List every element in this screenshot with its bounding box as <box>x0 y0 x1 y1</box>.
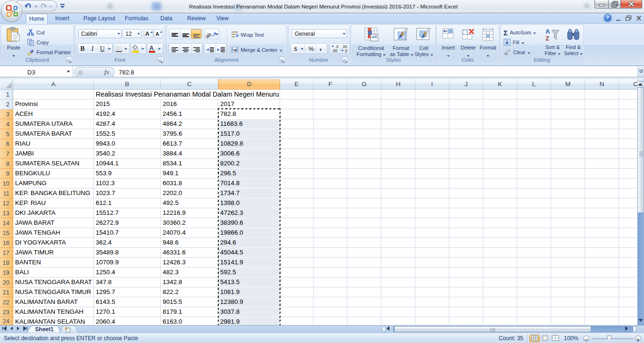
alignment-dialog-launcher[interactable] <box>279 57 285 63</box>
undo-icon[interactable] <box>24 2 32 9</box>
bold-button[interactable]: B <box>78 44 87 53</box>
row-header-18[interactable]: 18 <box>0 258 13 268</box>
ribbon-tab-view[interactable]: View <box>214 14 231 24</box>
column-header-C[interactable]: C <box>161 79 218 90</box>
copy-button[interactable]: Copy <box>27 38 49 46</box>
cell-A13[interactable]: DKI JAKARTA <box>15 208 56 218</box>
row-header-6[interactable]: 6 <box>0 139 13 149</box>
zoom-level[interactable]: 100% <box>564 335 578 342</box>
shrink-font-button[interactable]: A <box>154 29 163 38</box>
grow-font-button[interactable]: A <box>144 29 153 38</box>
formula-bar-expand-button[interactable] <box>637 66 644 77</box>
cell-D16[interactable]: 294.6 <box>220 238 236 247</box>
cell-A21[interactable]: NUSA TENGGARA TIMUR <box>15 287 91 297</box>
autosum-button[interactable]: Σ AutoSum <box>504 28 536 36</box>
paste-button[interactable]: Paste <box>3 26 24 57</box>
row-header-5[interactable]: 5 <box>0 129 13 139</box>
cell-A4[interactable]: SUMATERA UTARA <box>15 119 73 129</box>
row-header-23[interactable]: 23 <box>0 307 13 317</box>
first-sheet-button[interactable] <box>1 326 8 333</box>
cell-A2[interactable]: Provinsi <box>15 99 38 109</box>
row-header-14[interactable]: 14 <box>0 218 13 228</box>
workbook-close-button[interactable] <box>636 15 642 21</box>
increase-decimal-button[interactable]: .0 .00 <box>330 44 340 53</box>
customize-qat-icon[interactable] <box>59 3 66 10</box>
page-break-view-button[interactable] <box>550 335 561 342</box>
row-header-3[interactable]: 3 <box>0 109 13 119</box>
row-header-8[interactable]: 8 <box>0 159 13 169</box>
redo-icon[interactable] <box>40 2 48 9</box>
cell-A19[interactable]: BALI <box>15 268 29 277</box>
increase-indent-button[interactable] <box>215 44 226 53</box>
cell-B5[interactable]: 1552.5 <box>96 129 115 139</box>
ribbon-tab-review[interactable]: Review <box>184 14 208 24</box>
row-header-12[interactable]: 12 <box>0 198 13 208</box>
cell-A12[interactable]: KEP. RIAU <box>15 198 46 208</box>
scroll-down-icon[interactable] <box>638 319 643 322</box>
cell-B24[interactable]: 2060.4 <box>96 317 115 325</box>
cell-A24[interactable]: KALIMANTAN SELATAN <box>15 317 85 325</box>
ribbon-tab-insert[interactable]: Insert <box>52 14 72 24</box>
number-format-combo[interactable]: General <box>291 29 347 38</box>
cell-C13[interactable]: 12216.9 <box>163 208 186 218</box>
clipboard-dialog-launcher[interactable] <box>66 57 72 63</box>
cell-B8[interactable]: 10944.1 <box>96 159 119 168</box>
cell-C19[interactable]: 482.3 <box>163 268 179 277</box>
name-box[interactable]: D3 <box>0 66 73 77</box>
column-header-L[interactable]: L <box>517 79 551 90</box>
name-box-dropdown-icon[interactable] <box>67 71 70 73</box>
decrease-decimal-button[interactable]: .00 .0 <box>340 44 349 53</box>
row-header-11[interactable]: 11 <box>0 188 13 198</box>
cut-button[interactable]: Cut <box>27 28 45 36</box>
undo-dropdown-icon[interactable] <box>34 6 37 8</box>
font-dialog-launcher[interactable] <box>157 57 164 63</box>
cell-B3[interactable]: 4192.4 <box>96 109 115 119</box>
formula-input[interactable]: 782.8 <box>116 66 637 77</box>
row-header-17[interactable]: 17 <box>0 248 13 258</box>
cell-B7[interactable]: 3540.2 <box>96 149 115 158</box>
row-header-1[interactable]: 1 <box>0 90 13 99</box>
row-header-13[interactable]: 13 <box>0 208 13 218</box>
percent-style-button[interactable]: % <box>306 44 316 53</box>
row-header-20[interactable]: 20 <box>0 278 13 287</box>
minimize-button[interactable] <box>594 0 608 8</box>
align-right-button[interactable] <box>191 44 201 53</box>
cell-C8[interactable]: 8534.1 <box>163 159 182 168</box>
ribbon-tab-page-layout[interactable]: Page Layout <box>81 14 118 24</box>
ribbon-tab-formulas[interactable]: Formulas <box>122 14 151 24</box>
cell-B10[interactable]: 1102.3 <box>96 179 115 188</box>
cell-C21[interactable]: 822.2 <box>163 287 179 297</box>
cell-D14[interactable]: 38390.6 <box>220 218 243 228</box>
horizontal-scroll-thumb[interactable] <box>394 326 591 332</box>
office-button[interactable] <box>1 1 22 21</box>
cell-B15[interactable]: 15410.7 <box>96 228 119 237</box>
scroll-up-icon[interactable] <box>638 83 643 86</box>
cell-A6[interactable]: RIAU <box>15 139 30 148</box>
orientation-button[interactable]: ab <box>205 29 219 39</box>
cell-C5[interactable]: 3795.6 <box>163 129 182 139</box>
column-header-F[interactable]: F <box>314 79 347 90</box>
cell-D19[interactable]: 592.5 <box>220 268 236 277</box>
prev-sheet-button[interactable] <box>8 326 15 333</box>
row-header-22[interactable]: 22 <box>0 297 13 307</box>
underline-button[interactable]: U <box>98 44 107 53</box>
ribbon-tab-home[interactable]: Home <box>26 14 48 24</box>
cell-C9[interactable]: 949.1 <box>163 169 179 178</box>
cell-B12[interactable]: 612.1 <box>96 198 112 208</box>
cell-C20[interactable]: 1342.8 <box>163 278 182 287</box>
italic-button[interactable]: I <box>88 44 97 53</box>
cell-C17[interactable]: 46331.6 <box>163 248 186 257</box>
cell-D12[interactable]: 1398.0 <box>220 198 239 208</box>
row-header-16[interactable]: 16 <box>0 238 13 248</box>
cell-B6[interactable]: 9943.0 <box>96 139 115 148</box>
cell-D13[interactable]: 47262.3 <box>220 208 243 218</box>
column-header-H[interactable]: H <box>381 79 415 90</box>
cell-B1-title[interactable]: Realisasi Investasi Penanaman Modal Dala… <box>96 90 279 99</box>
insert-function-area[interactable]: fx <box>74 67 114 77</box>
cell-C24[interactable]: 6163.0 <box>163 317 182 325</box>
scroll-left-icon[interactable] <box>387 326 389 331</box>
underline-dropdown-icon[interactable] <box>108 48 111 50</box>
cell-A20[interactable]: NUSA TENGGARA BARAT <box>15 278 92 287</box>
row-header-15[interactable]: 15 <box>0 228 13 238</box>
column-header-G[interactable]: G <box>347 79 381 90</box>
